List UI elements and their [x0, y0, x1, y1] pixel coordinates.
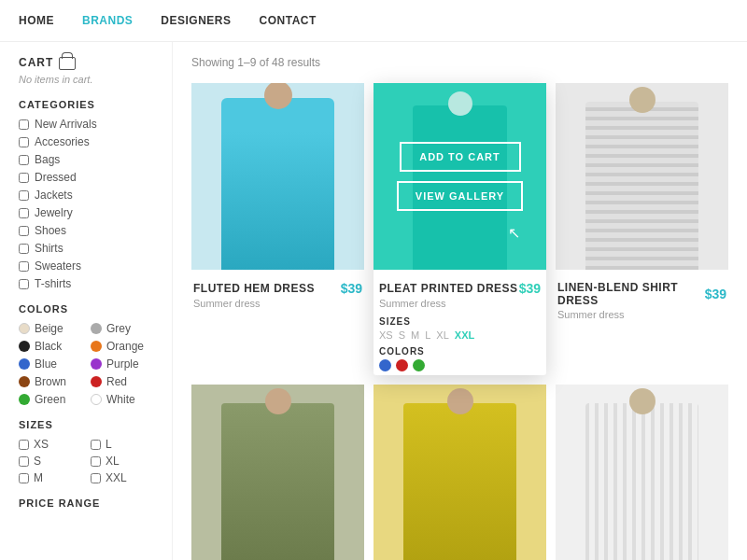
- product-info-pleat: PLEAT PRINTED DRESS $39 Summer dress SIZ…: [374, 270, 546, 375]
- cat-jewelry[interactable]: Jewelry: [19, 206, 153, 219]
- product-name-pleat: PLEAT PRINTED DRESS: [379, 282, 518, 295]
- product-card-olive[interactable]: SHIRT DRESS $39 Summer dress: [191, 385, 364, 560]
- color-grid: Beige Grey Black Orange Blue Purple Brow…: [19, 322, 153, 406]
- size-xs[interactable]: XS: [19, 438, 81, 451]
- cart-icon: [59, 57, 76, 70]
- size-option-xxl[interactable]: XXL: [455, 329, 474, 341]
- cat-accesories[interactable]: Accesories: [19, 135, 153, 148]
- results-count: Showing 1–9 of 48 results: [191, 56, 728, 69]
- price-range-section: PRICE RANGE: [19, 497, 153, 509]
- product-info-fluted: FLUTED HEM DRESS $39 Summer dress: [191, 270, 364, 316]
- categories-list: New Arrivals Accesories Bags Dressed Jac…: [19, 118, 153, 290]
- price-range-title: PRICE RANGE: [19, 497, 153, 509]
- cat-dressed[interactable]: Dressed: [19, 171, 153, 184]
- size-xl[interactable]: XL: [91, 455, 153, 468]
- size-s[interactable]: S: [19, 455, 81, 468]
- color-white[interactable]: White: [91, 393, 153, 406]
- nav-designers[interactable]: DESIGNERS: [161, 14, 231, 27]
- product-price-linen: $39: [705, 287, 726, 301]
- cat-shoes[interactable]: Shoes: [19, 224, 153, 237]
- product-sizes-section: SIZES XS S M L XL XXL: [379, 316, 541, 341]
- product-card-yellow[interactable]: YELLOW DRESS $39 Summer dress: [374, 385, 546, 560]
- size-option-s[interactable]: S: [399, 329, 405, 341]
- cat-jackets[interactable]: Jackets: [19, 189, 153, 202]
- size-m[interactable]: M: [19, 471, 81, 484]
- sizes-row: XS S M L XL XXL: [379, 329, 541, 341]
- cat-new-arrivals[interactable]: New Arrivals: [19, 118, 153, 131]
- colors-row: [379, 359, 541, 371]
- product-image-pleat: ADD TO CART VIEW GALLERY ↖: [374, 83, 546, 270]
- color-orange[interactable]: Orange: [91, 340, 153, 353]
- add-to-cart-button[interactable]: ADD TO CART: [400, 142, 521, 172]
- product-name-linen: LINEN-BLEND SHIRT DRESS: [557, 281, 705, 307]
- size-grid: XS L S XL M XXL: [19, 438, 153, 484]
- view-gallery-button[interactable]: VIEW GALLERY: [397, 181, 523, 211]
- nav-brands[interactable]: BRANDS: [82, 14, 133, 27]
- color-red[interactable]: Red: [91, 375, 153, 388]
- color-purple[interactable]: Purple: [91, 357, 153, 371]
- nav-home[interactable]: HOME: [19, 14, 54, 27]
- cart-title[interactable]: CART: [19, 56, 153, 69]
- product-card-pleat[interactable]: ADD TO CART VIEW GALLERY ↖ PLEAT PRINTED…: [374, 83, 546, 375]
- color-brown[interactable]: Brown: [19, 375, 81, 388]
- sizes-title: SIZES: [19, 419, 153, 430]
- product-sub-fluted: Summer dress: [193, 298, 362, 309]
- colors-section: COLORS Beige Grey Black Orange Blue Purp…: [19, 303, 153, 406]
- colors-title: COLORS: [19, 303, 153, 315]
- product-grid: FLUTED HEM DRESS $39 Summer dress: [191, 83, 728, 560]
- color-blue[interactable]: Blue: [19, 357, 81, 371]
- color-option-green[interactable]: [413, 359, 425, 371]
- nav-contact[interactable]: CONTACT: [260, 14, 317, 27]
- color-green[interactable]: Green: [19, 393, 81, 406]
- product-sub-pleat: Summer dress: [379, 298, 541, 309]
- size-option-xl[interactable]: XL: [436, 329, 448, 341]
- product-colors-section: COLORS: [379, 346, 541, 371]
- product-price-pleat: $39: [519, 281, 541, 296]
- size-option-xs[interactable]: XS: [379, 329, 393, 341]
- product-image-olive: [191, 385, 364, 560]
- cat-sweaters[interactable]: Sweaters: [19, 259, 153, 273]
- product-sub-linen: Summer dress: [557, 309, 726, 320]
- product-image-yellow: [374, 385, 546, 560]
- sizes-label: SIZES: [379, 316, 541, 327]
- color-grey[interactable]: Grey: [91, 322, 153, 335]
- cursor-indicator: ↖: [508, 224, 520, 242]
- product-info-linen: LINEN-BLEND SHIRT DRESS $39 Summer dress: [556, 270, 728, 328]
- sizes-section: SIZES XS L S XL M XXL: [19, 419, 153, 484]
- product-image-linen: [556, 83, 728, 270]
- hover-actions: ADD TO CART VIEW GALLERY: [374, 83, 546, 270]
- size-l[interactable]: L: [91, 438, 153, 451]
- categories-title: CATEGORIES: [19, 99, 153, 110]
- product-card-linen[interactable]: LINEN-BLEND SHIRT DRESS $39 Summer dress: [556, 83, 728, 375]
- product-price-fluted: $39: [341, 281, 362, 296]
- cart-section: CART No items in cart.: [19, 56, 153, 85]
- size-option-l[interactable]: L: [425, 329, 430, 341]
- colors-label: COLORS: [379, 346, 541, 357]
- cart-empty: No items in cart.: [19, 74, 153, 85]
- product-name-fluted: FLUTED HEM DRESS: [193, 282, 315, 295]
- cat-shirts[interactable]: Shirts: [19, 242, 153, 255]
- product-image-striped: [556, 385, 728, 560]
- main-nav: HOME BRANDS DESIGNERS CONTACT: [0, 0, 747, 42]
- color-option-blue[interactable]: [379, 359, 391, 371]
- color-beige[interactable]: Beige: [19, 322, 81, 335]
- product-card-striped[interactable]: STRIPED SHIRT $39 Summer dress: [556, 385, 728, 560]
- color-black[interactable]: Black: [19, 340, 81, 353]
- cat-bags[interactable]: Bags: [19, 153, 153, 166]
- main-content: Showing 1–9 of 48 results FLUTED HEM DRE…: [173, 42, 747, 560]
- product-image-fluted: [191, 83, 364, 270]
- cart-label: CART: [19, 56, 53, 69]
- color-option-red[interactable]: [396, 359, 408, 371]
- categories-section: CATEGORIES New Arrivals Accesories Bags …: [19, 99, 153, 290]
- sidebar: CART No items in cart. CATEGORIES New Ar…: [0, 42, 173, 560]
- size-xxl[interactable]: XXL: [91, 471, 153, 484]
- cat-t-shirts[interactable]: T-shirts: [19, 277, 153, 290]
- product-card-fluted[interactable]: FLUTED HEM DRESS $39 Summer dress: [191, 83, 364, 375]
- size-option-m[interactable]: M: [411, 329, 419, 341]
